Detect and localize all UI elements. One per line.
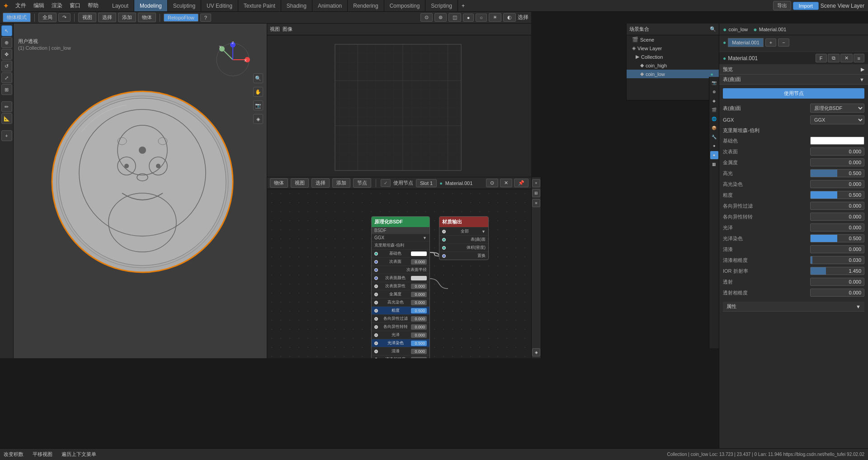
transform-tool[interactable]: ⊞ (1, 84, 12, 95)
prop-tab-world[interactable]: 🌐 (710, 115, 718, 123)
slot-btn[interactable]: Slot 1 (416, 179, 437, 187)
prop-tab-texture[interactable]: ▦ (710, 160, 718, 168)
outline-collection[interactable]: ▶ Collection (627, 52, 719, 61)
select-btn[interactable]: 选择 (98, 13, 116, 22)
node-tool-bottom[interactable]: ◈ (532, 348, 540, 356)
sheen-tint-bar[interactable]: 0.500 (810, 234, 864, 242)
solid-mode[interactable]: ● (463, 14, 474, 22)
prop-tab-output[interactable]: ⊕ (710, 88, 718, 96)
bsdf-specular-tint[interactable]: 高光染色 0.000 (372, 298, 429, 306)
uv-header-view[interactable]: 视图 (270, 26, 280, 33)
tab-compositing[interactable]: Compositing (384, 0, 426, 11)
prop-tab-render[interactable]: 📷 (710, 79, 718, 87)
base-color-swatch[interactable] (411, 251, 427, 256)
bsdf-ggx[interactable]: GGX ▼ (372, 234, 429, 241)
bsdf-anisotropic-rot[interactable]: 各向异性转转 0.000 (372, 322, 429, 331)
clearcoat-bar[interactable]: 0.000 (810, 245, 864, 253)
bsdf-clearcoat-roughness[interactable]: 清漆相糙度 0.030 (372, 355, 429, 358)
anisotropic-bar[interactable]: 0.000 (810, 202, 864, 210)
prop-tab-particles[interactable]: ✦ (710, 142, 718, 150)
node-pin-btn[interactable]: 📌 (514, 179, 528, 187)
pan-gizmo[interactable]: ✋ (253, 87, 263, 97)
node-object-btn[interactable]: 物体 (270, 178, 288, 188)
surface-section-header[interactable]: 表(曲)面 ▼ (719, 75, 868, 85)
specular-bar[interactable]: 0.500 (810, 169, 864, 177)
material-preview[interactable]: ◐ (503, 13, 516, 22)
base-color-picker[interactable] (810, 137, 864, 145)
prop-tab-material[interactable]: ● (710, 151, 718, 159)
bsdf-anisotropic[interactable]: 各向异性过滤 0.000 (372, 314, 429, 322)
preview-section-header[interactable]: 预览 ▶ (719, 65, 868, 75)
prop-tab-modifier[interactable]: 🔧 (710, 133, 718, 141)
annotate-tool[interactable]: ✏ (1, 101, 12, 112)
roughness-bar[interactable]: 0.500 (810, 191, 864, 199)
output-surface[interactable]: 表(曲)面 (439, 235, 488, 243)
render-gizmo[interactable]: ◈ (253, 114, 263, 124)
tab-sculpting[interactable]: Sculpting (168, 0, 201, 11)
node-add-btn[interactable]: 添加 (332, 178, 350, 188)
view-btn[interactable]: 视图 (78, 13, 96, 22)
bsdf-metallic[interactable]: 次表面异性 0.000 (372, 282, 429, 290)
mat-fake-user[interactable]: F (816, 54, 827, 62)
output-volume[interactable]: 体积(密度) (439, 243, 488, 251)
bsdf-base-color[interactable]: 基础色 (372, 249, 429, 257)
individual-btn[interactable]: ↷ (58, 13, 71, 22)
retopo-btn[interactable]: RetopoFlow (164, 14, 198, 22)
transmission-bar[interactable]: 0.000 (810, 278, 864, 286)
clearcoat-roughness-bar[interactable]: 0.030 (810, 256, 864, 264)
node-tool-add-node[interactable]: + (532, 179, 540, 187)
select-tool[interactable]: ↖ (1, 25, 12, 36)
bsdf-subsurface-method[interactable]: 克里斯坦森-伯利 (372, 241, 429, 249)
mat-add-btn[interactable]: + (765, 38, 776, 47)
rotate-tool[interactable]: ↺ (1, 61, 12, 71)
bsdf-sheen-tint[interactable]: 光泽染色 0.500 (372, 339, 429, 347)
subsurface-bar[interactable]: 0.000 (810, 147, 864, 156)
mat-delete[interactable]: ✕ (840, 54, 853, 62)
mat-remove-btn[interactable]: − (778, 38, 789, 47)
tab-animation[interactable]: Animation (312, 0, 348, 11)
export-btn[interactable]: 导出 (773, 1, 791, 10)
use-nodes-btn[interactable]: 使用节点 (723, 88, 864, 99)
bsdf-node-title[interactable]: 原理化BSDF (372, 217, 429, 227)
node-overlay-btn[interactable]: ⊙ (486, 179, 498, 187)
tab-shading[interactable]: Shading (281, 0, 312, 11)
import-btn[interactable]: Import (793, 2, 819, 10)
bsdf-specular[interactable]: 金属度 0.000 (372, 290, 429, 298)
node-tool-3[interactable]: ≡ (532, 199, 540, 207)
zoom-gizmo[interactable]: 🔍 (253, 73, 263, 83)
transmission-roughness-bar[interactable]: 0.000 (810, 289, 864, 297)
menu-file[interactable]: 文件 (12, 0, 30, 11)
wireframe-mode[interactable]: ○ (476, 14, 487, 22)
mat-duplicate[interactable]: ⧉ (828, 54, 840, 62)
shader-dropdown[interactable]: 原理化BSDF (810, 104, 864, 113)
global-btn[interactable]: 全局 (38, 13, 57, 22)
outline-coin-low[interactable]: ◆ coin_low ● (627, 70, 719, 78)
move-tool[interactable]: ✥ (1, 49, 12, 60)
attributes-section[interactable]: 属性 ▼ (723, 302, 864, 312)
tab-scripting[interactable]: Scripting (425, 0, 458, 11)
prop-tab-scene[interactable]: 🎬 (710, 106, 718, 114)
menu-edit[interactable]: 编辑 (30, 0, 48, 11)
subsurface-color-swatch[interactable] (411, 276, 427, 280)
menu-window[interactable]: 窗口 (66, 0, 84, 11)
node-view-btn[interactable]: 视图 (291, 178, 309, 188)
node-close-btn[interactable]: ✕ (500, 179, 512, 187)
prop-tab-view-layer[interactable]: ◈ (710, 97, 718, 105)
render-mode[interactable]: ☀ (489, 13, 501, 22)
output-node-title[interactable]: 材质输出 (439, 217, 488, 227)
prop-tab-object[interactable]: 📦 (710, 124, 718, 132)
metallic-bar[interactable]: 0.000 (810, 158, 864, 166)
cursor-tool[interactable]: ⊕ (1, 37, 12, 48)
help-btn[interactable]: ? (200, 14, 211, 22)
use-nodes-toggle[interactable]: ✓ (381, 179, 391, 187)
bsdf-subsurface[interactable]: 次表面 0.000 (372, 257, 429, 266)
scale-tool[interactable]: ⤢ (1, 72, 12, 83)
output-all[interactable]: 全部 ▼ (439, 227, 488, 235)
bsdf-subsurface-color[interactable]: 次表面颜色 (372, 274, 429, 282)
menu-render[interactable]: 渲染 (48, 0, 66, 11)
outline-scene[interactable]: 🎬 Scene (627, 35, 719, 44)
add-object-tool[interactable]: + (1, 130, 12, 141)
bsdf-roughness[interactable]: 粗度 0.500 (372, 306, 429, 314)
tab-uv-editing[interactable]: UV Editing (201, 0, 238, 11)
bsdf-subsurface-radius[interactable]: 次表面半径 (372, 266, 429, 274)
